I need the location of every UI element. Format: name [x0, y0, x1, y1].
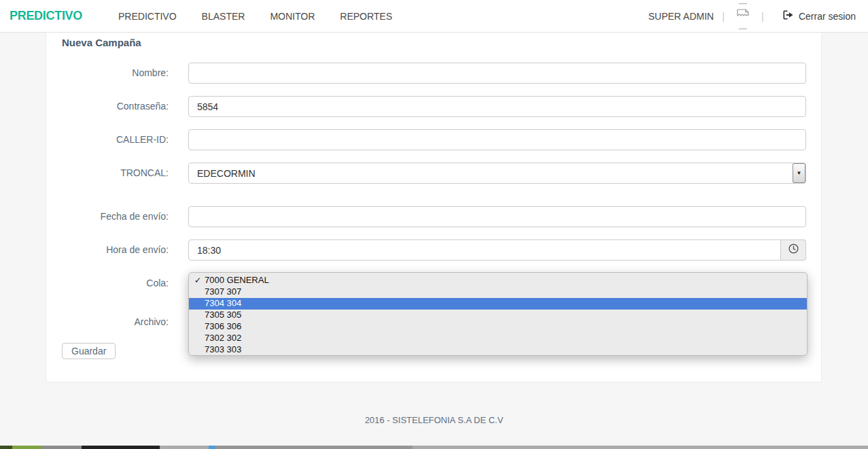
nav-item-predictivo[interactable]: PREDICTIVO [118, 11, 177, 22]
dropdown-option-label: 7305 305 [205, 310, 241, 320]
nav-item-blaster[interactable]: BLASTER [202, 11, 245, 22]
divider: | [722, 10, 725, 22]
contrasena-label: Contraseña: [46, 101, 169, 112]
cola-label: Cola: [46, 278, 169, 288]
fecha-input[interactable] [188, 206, 806, 227]
dropdown-option[interactable]: 7306 306 [189, 321, 807, 333]
nav-item-reportes[interactable]: REPORTES [340, 11, 392, 22]
dropdown-option-label: 7303 303 [205, 344, 241, 354]
contrasena-input[interactable] [188, 96, 806, 117]
nav-item-monitor[interactable]: MONITOR [270, 11, 315, 22]
logout-button[interactable]: Cerrar sesion [783, 10, 856, 22]
user-name: SUPER ADMIN [648, 11, 714, 22]
sliver-block [42, 446, 82, 449]
nombre-input[interactable] [188, 63, 806, 84]
broken-image-icon [737, 9, 750, 23]
dropdown-option-label: 7304 304 [205, 298, 241, 308]
page-title: Nueva Campaña [62, 37, 141, 48]
hora-input[interactable] [188, 239, 781, 261]
troncal-selected-value: EDECORMIN [197, 168, 256, 179]
dropdown-option-label: 7000 GENERAL [205, 275, 269, 285]
clock-icon [788, 244, 799, 256]
page: PREDICTIVO PREDICTIVO BLASTER MONITOR RE… [0, 0, 868, 449]
dropdown-option-label: 7307 307 [205, 286, 241, 297]
logout-label: Cerrar sesion [799, 11, 856, 22]
broken-image-border [739, 3, 747, 4]
dropdown-option[interactable]: 7302 302 [189, 333, 807, 344]
nombre-label: Nombre: [46, 67, 169, 78]
dropdown-option[interactable]: 7304 304 [189, 298, 807, 310]
dropdown-option-label: 7306 306 [205, 321, 241, 331]
sliver-block [215, 446, 413, 449]
navbar: PREDICTIVO PREDICTIVO BLASTER MONITOR RE… [0, 0, 868, 33]
check-icon: ✓ [194, 275, 201, 286]
dropdown-option[interactable]: ✓7000 GENERAL [189, 275, 807, 286]
sliver-block [209, 446, 215, 449]
dropdown-option[interactable]: 7303 303 [189, 344, 807, 356]
sliver-block [82, 446, 160, 449]
caller-id-input[interactable] [188, 129, 806, 150]
troncal-label: TRONCAL: [46, 167, 169, 178]
fecha-label: Fecha de envío: [46, 211, 169, 222]
dropdown-option[interactable]: 7307 307 [189, 286, 807, 298]
chevron-down-icon: ▼ [793, 163, 805, 183]
navbar-right: SUPER ADMIN | | [648, 3, 856, 30]
hora-label: Hora de envío: [46, 244, 169, 255]
dropdown-option[interactable]: 7305 305 [189, 310, 807, 321]
new-campaign-panel: Nueva Campaña Nombre: Contraseña: CALLER… [46, 33, 822, 382]
sliver-block [0, 446, 12, 449]
logout-icon [783, 10, 793, 22]
sliver-block [12, 446, 42, 449]
avatar[interactable] [733, 3, 752, 30]
caller-id-label: CALLER-ID: [46, 134, 169, 145]
time-picker-button[interactable] [781, 239, 806, 261]
background-window-sliver [0, 446, 868, 449]
dropdown-option-label: 7302 302 [205, 333, 241, 343]
divider: | [761, 10, 764, 22]
brand-logo[interactable]: PREDICTIVO [10, 9, 82, 23]
nav-menu: PREDICTIVO BLASTER MONITOR REPORTES [118, 11, 392, 22]
footer-copyright: 2016 - SISTELEFONIA S.A DE C.V [0, 415, 868, 425]
troncal-select[interactable]: EDECORMIN ▼ [188, 163, 806, 184]
broken-image-border [739, 29, 747, 29]
archivo-label: Archivo: [46, 316, 169, 327]
save-button[interactable]: Guardar [62, 343, 116, 359]
cola-dropdown: ✓7000 GENERAL7307 3077304 3047305 305730… [188, 272, 808, 356]
